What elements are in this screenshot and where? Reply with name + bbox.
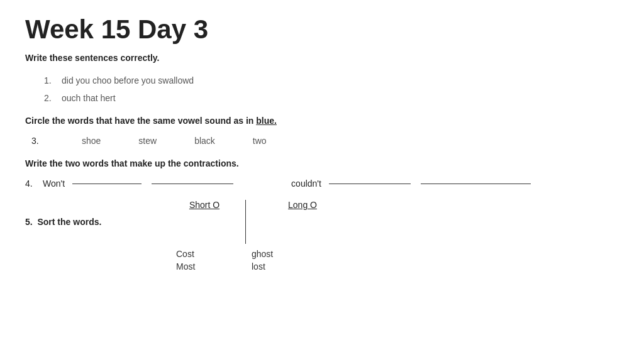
sort-col2-group: ghost lost xyxy=(245,249,273,272)
wont-label: Won't xyxy=(43,178,65,189)
sort-col1-header: Short O xyxy=(164,200,245,210)
sort-col2-header: Long O xyxy=(246,200,359,210)
contractions-row-num: 4. xyxy=(25,178,38,189)
contractions-section: 4. Won't couldn't xyxy=(25,178,619,189)
word-shoe: shoe xyxy=(82,136,101,146)
sort-row-num: 5. xyxy=(25,217,33,227)
sentence-text-1: did you choo before you swallowd xyxy=(62,75,194,85)
sort-word-cost: Cost xyxy=(176,249,194,259)
section2-instruction: Circle the words that have the same vowe… xyxy=(25,116,619,126)
sort-row-label: 5. Sort the words. xyxy=(25,217,164,227)
sentence-list: 1. did you choo before you swallowd 2. o… xyxy=(25,75,619,103)
word-two: two xyxy=(253,136,267,146)
sort-columns: Short O Long O xyxy=(164,200,359,244)
sort-label-text: Sort the words. xyxy=(37,217,101,227)
sentence-num-1: 1. xyxy=(44,75,57,85)
page-title: Week 15 Day 3 xyxy=(25,15,619,44)
wont-blank-2[interactable] xyxy=(152,184,233,184)
section2-instruction-prefix: Circle the words that have the same vowe… xyxy=(25,116,256,126)
section3-instruction: Write the two words that make up the con… xyxy=(25,158,619,168)
sentence-text-2: ouch that hert xyxy=(62,93,116,103)
couldnt-blank-1[interactable] xyxy=(329,184,411,184)
sort-word-ghost: ghost xyxy=(252,249,273,259)
sort-words-col1: Cost Most xyxy=(164,249,245,272)
sentence-num-2: 2. xyxy=(44,93,57,103)
list-item: 1. did you choo before you swallowd xyxy=(44,75,619,85)
word-stew: stew xyxy=(138,136,157,146)
contractions-row: 4. Won't couldn't xyxy=(25,178,619,189)
sort-section: 5. Sort the words. Short O Long O Cost M… xyxy=(25,200,619,272)
section1-instruction: Write these sentences correctly. xyxy=(25,53,619,63)
couldnt-label: couldn't xyxy=(291,178,321,189)
sort-word-most: Most xyxy=(176,261,195,272)
section2-instruction-word: blue. xyxy=(256,116,277,126)
wont-blank-1[interactable] xyxy=(72,184,142,184)
list-item: 2. ouch that hert xyxy=(44,93,619,103)
section2-word-row: 3. shoe stew black two xyxy=(25,136,619,146)
sort-header-row: 5. Sort the words. Short O Long O xyxy=(25,200,619,244)
sort-words-area: Cost Most ghost lost xyxy=(164,249,619,272)
couldnt-blank-2[interactable] xyxy=(421,184,531,184)
section2-row-num: 3. xyxy=(31,136,44,146)
word-black: black xyxy=(194,136,215,146)
sort-word-lost: lost xyxy=(252,261,273,272)
